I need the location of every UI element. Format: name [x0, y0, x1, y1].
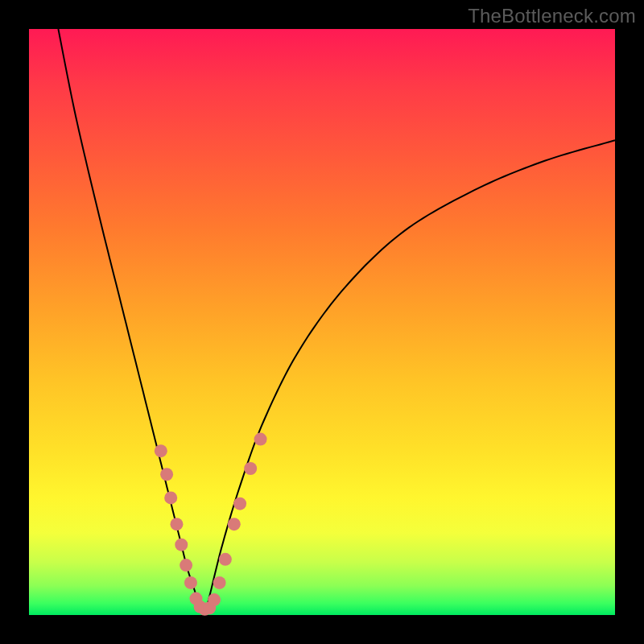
data-marker: [208, 593, 221, 606]
marker-cluster: [155, 433, 267, 616]
bottleneck-curve-left: [58, 29, 204, 615]
data-marker: [160, 468, 173, 481]
data-marker: [228, 518, 241, 530]
plot-gradient-area: [29, 29, 615, 615]
data-marker: [244, 462, 257, 475]
data-marker: [254, 433, 267, 446]
data-marker: [213, 576, 226, 589]
data-marker: [233, 497, 246, 510]
data-marker: [164, 491, 177, 504]
chart-frame: TheBottleneck.com: [0, 0, 644, 644]
data-marker: [184, 576, 197, 589]
bottleneck-curve-right: [204, 140, 615, 615]
data-marker: [219, 553, 232, 566]
data-marker: [155, 444, 167, 457]
curve-layer: [29, 29, 615, 615]
data-marker: [170, 518, 183, 530]
watermark-text: TheBottleneck.com: [468, 5, 636, 27]
data-marker: [180, 559, 192, 572]
data-marker: [175, 539, 188, 551]
